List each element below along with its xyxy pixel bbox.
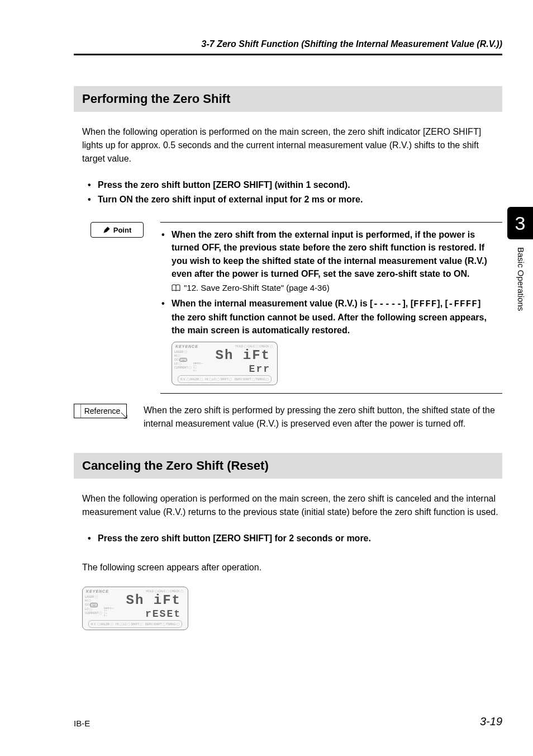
point-badge: Point — [91, 222, 144, 238]
device-display-reset: KEYENCE HOLD ▢ CALC ▢ CHECK ▢ LASER ▢ HI… — [82, 587, 502, 630]
point-content: When the zero shift from the external in… — [160, 222, 502, 393]
section-header: 3-7 Zero Shift Function (Shifting the In… — [74, 39, 502, 55]
reference-callout: Reference When the zero shift is perform… — [74, 404, 502, 431]
heading-canceling: Canceling the Zero Shift (Reset) — [74, 453, 502, 479]
page-footer: IB-E 3-19 — [74, 715, 502, 728]
device-sub-readout: Err — [249, 363, 270, 375]
heading-performing: Performing the Zero Shift — [74, 86, 502, 112]
section-title: 3-7 Zero Shift Function (Shifting the In… — [202, 39, 502, 49]
point-bullet-2: When the internal measurement value (R.V… — [160, 297, 496, 337]
device-sub-readout: rESEt — [145, 608, 181, 620]
side-chapter-label: Basic Operations — [516, 247, 526, 311]
device-left-labels: LASER ▢ HI ▢ GO ▬ LO ▢ CURRENT ▢ — [174, 350, 192, 370]
device-main-readout: Sh iFt — [216, 348, 270, 363]
device-bank: BANK0 ○ 1 ○ 2 ○ 3 ○ — [104, 607, 113, 617]
device-bottom-bar: R.V. ▢ ANLZR ▢ HI ▢ LO ▢ SHIFT ▢ ZERO SH… — [178, 375, 272, 383]
footer-page-number: 3-19 — [480, 715, 502, 728]
chapter-tab: 3 — [507, 207, 533, 239]
device-left-labels: LASER ▢ HI ▢ GO ▬ LO ▢ CURRENT ▢ — [85, 595, 102, 615]
device-main-readout: Sh iFt — [126, 593, 181, 608]
device-bottom-bar: R.V. ▢ ANLZR ▢ HI ▢ LO ▢ SHIFT ▢ ZERO SH… — [88, 620, 182, 628]
bullet-turn-on: Turn ON the zero shift input of external… — [82, 192, 502, 207]
section2-bullets: Press the zero shift button [ZERO SHIFT]… — [82, 531, 502, 546]
device-display-err: KEYENCE HOLD ▢ CALC ▢ CHECK ▢ LASER ▢ HI… — [172, 342, 496, 385]
section1-intro: When the following operation is performe… — [82, 125, 502, 166]
bullet-press-zero: Press the zero shift button [ZERO SHIFT]… — [82, 178, 502, 192]
corner-arrow-icon — [121, 413, 128, 419]
device-bank: BANK0 ○ 1 ○ 2 ○ 3 ○ — [193, 362, 203, 372]
book-reference: "12. Save Zero-Shift State" (page 4-36) — [160, 283, 496, 292]
reference-text: When the zero shift is performed by pres… — [144, 404, 502, 431]
point-callout: Point When the zero shift from the exter… — [91, 222, 502, 393]
section2-intro: When the following operation is performe… — [82, 492, 502, 519]
point-bullet-1: When the zero shift from the external in… — [160, 228, 496, 280]
section2-outro: The following screen appears after opera… — [82, 561, 502, 574]
footer-model: IB-E — [74, 719, 90, 728]
bullet-press-2sec: Press the zero shift button [ZERO SHIFT]… — [82, 531, 502, 546]
pen-icon — [103, 226, 111, 234]
book-icon — [172, 284, 180, 292]
section1-bullets: Press the zero shift button [ZERO SHIFT]… — [82, 178, 502, 206]
reference-badge: Reference — [74, 404, 127, 418]
